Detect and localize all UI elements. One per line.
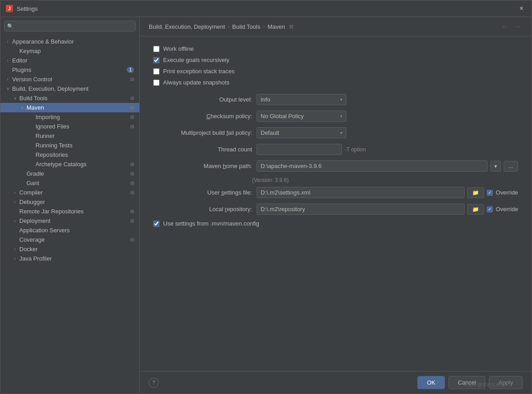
sidebar: 🔍 › Appearance & Behavior Keymap › Edito… — [0, 17, 140, 394]
sidebar-item-label: Java Profiler — [19, 255, 136, 262]
breadcrumb: Build, Execution, Deployment › Build Too… — [149, 23, 497, 30]
sidebar-item-debugger[interactable]: › Debugger — [0, 197, 139, 207]
title-bar: J Settings × — [0, 0, 532, 17]
user-settings-input[interactable] — [257, 187, 465, 198]
print-exception-checkbox[interactable] — [153, 68, 160, 75]
repo-icon: ⊟ — [130, 218, 134, 223]
help-button[interactable]: ? — [149, 378, 159, 388]
sidebar-item-plugins[interactable]: Plugins 1 — [0, 65, 139, 75]
sidebar-item-docker[interactable]: › Docker — [0, 244, 139, 254]
sidebar-item-compiler[interactable]: › Compiler ⊟ — [0, 188, 139, 197]
sidebar-item-runner[interactable]: Runner — [0, 131, 139, 141]
maven-home-row: Maven home path: ▾ ... — [153, 160, 518, 172]
no-arrow — [27, 152, 35, 157]
multiproject-fail-select[interactable]: Default ▾ — [257, 127, 346, 138]
sidebar-item-label: Debugger — [19, 199, 136, 205]
breadcrumb-separator: › — [228, 23, 230, 30]
use-settings-checkbox[interactable] — [153, 221, 160, 227]
sidebar-item-importing[interactable]: Importing ⊟ — [0, 112, 139, 122]
repo-icon: ⊟ — [130, 77, 134, 82]
execute-goals-checkbox[interactable] — [153, 57, 160, 63]
chevron-right-icon: › — [11, 218, 18, 223]
local-repo-override-checkbox[interactable]: ✓ — [487, 206, 493, 212]
no-arrow — [4, 67, 11, 72]
sidebar-item-deployment[interactable]: › Deployment ⊟ — [0, 216, 139, 226]
chevron-right-icon: › — [11, 247, 18, 252]
maven-home-dropdown-button[interactable]: ▾ — [490, 161, 501, 172]
no-arrow — [11, 209, 18, 214]
sidebar-item-build-tools[interactable]: ∨ Build Tools ⊟ — [0, 93, 139, 103]
settings-dialog: J Settings × 🔍 › Appearance & Behavior K… — [0, 0, 532, 394]
output-level-value: Info — [261, 96, 270, 103]
close-button[interactable]: × — [517, 4, 526, 13]
sidebar-item-coverage[interactable]: Coverage ⊟ — [0, 235, 139, 244]
no-arrow — [27, 115, 35, 120]
sidebar-item-java-profiler[interactable]: › Java Profiler — [0, 254, 139, 263]
sidebar-item-ignored-files[interactable]: Ignored Files ⊟ — [0, 122, 139, 131]
ok-button[interactable]: OK — [417, 376, 445, 389]
main-header: Build, Execution, Deployment › Build Too… — [140, 17, 532, 36]
sidebar-item-label: Coverage — [19, 236, 129, 243]
user-settings-label: User settings file: — [153, 189, 252, 196]
print-exception-label: Print exception stack traces — [163, 68, 235, 75]
plugin-badge: 1 — [127, 67, 134, 73]
checksum-policy-value: No Global Policy — [261, 113, 304, 120]
sidebar-item-gradle[interactable]: Gradle ⊟ — [0, 169, 139, 178]
checksum-policy-wrap: No Global Policy ▾ — [257, 111, 518, 122]
sidebar-item-label: Build Tools — [19, 95, 129, 102]
chevron-right-icon: › — [4, 39, 11, 44]
sidebar-item-maven[interactable]: ∨ Maven ⊟ — [0, 103, 139, 112]
forward-button[interactable]: → — [512, 22, 523, 31]
search-box: 🔍 — [4, 21, 136, 31]
sidebar-item-editor[interactable]: › Editor — [0, 56, 139, 65]
user-settings-override-checkbox[interactable]: ✓ — [487, 190, 493, 196]
always-update-label: Always update snapshots — [163, 79, 229, 86]
output-level-select[interactable]: Info ▾ — [257, 94, 346, 105]
main-body: Work offline Execute goals recursively P… — [140, 36, 532, 371]
user-settings-path-row: 📁 — [257, 187, 484, 198]
sidebar-item-archetype-catalogs[interactable]: Archetype Catalogs ⊟ — [0, 159, 139, 169]
maven-home-wrap: ▾ ... — [257, 160, 518, 172]
chevron-right-icon: › — [11, 256, 18, 261]
user-settings-wrap: 📁 ✓ Override — [257, 187, 518, 198]
main-panel: Build, Execution, Deployment › Build Too… — [140, 17, 532, 394]
sidebar-item-label: Importing — [35, 114, 129, 120]
back-button[interactable]: ← — [499, 22, 510, 31]
maven-home-input[interactable] — [257, 160, 488, 172]
maven-home-browse-button[interactable]: ... — [504, 161, 518, 172]
work-offline-checkbox[interactable] — [153, 46, 160, 52]
sidebar-item-keymap[interactable]: Keymap — [0, 46, 139, 56]
user-settings-browse-button[interactable]: 📁 — [467, 187, 484, 198]
search-input[interactable] — [4, 21, 136, 31]
footer-left: ? — [149, 378, 414, 388]
local-repo-input[interactable] — [257, 204, 465, 215]
always-update-checkbox[interactable] — [153, 80, 160, 86]
no-arrow — [27, 143, 35, 148]
nav-arrows: ← → — [499, 22, 523, 31]
sidebar-item-running-tests[interactable]: Running Tests — [0, 141, 139, 150]
checksum-policy-select[interactable]: No Global Policy ▾ — [257, 111, 346, 122]
checksum-policy-row: Checksum policy: No Global Policy ▾ — [153, 111, 518, 122]
breadcrumb-item-build: Build, Execution, Deployment — [149, 23, 225, 30]
sidebar-item-label: Keymap — [19, 48, 136, 54]
thread-count-input[interactable] — [257, 144, 342, 155]
dialog-title: Settings — [17, 5, 513, 12]
sidebar-item-appearance[interactable]: › Appearance & Behavior — [0, 37, 139, 46]
chevron-down-icon: ▾ — [340, 130, 342, 135]
sidebar-item-build-exec[interactable]: ∨ Build, Execution, Deployment — [0, 84, 139, 93]
sidebar-item-remote-jar[interactable]: Remote Jar Repositories ⊟ — [0, 207, 139, 216]
always-update-row: Always update snapshots — [153, 79, 518, 86]
multiproject-fail-label: Multiproject build fail policy: — [153, 129, 252, 136]
local-repo-browse-button[interactable]: 📁 — [467, 204, 484, 215]
maven-home-path-row: ▾ ... — [257, 160, 518, 172]
sidebar-item-app-servers[interactable]: Application Servers — [0, 226, 139, 235]
repo-icon: ⊟ — [130, 115, 134, 120]
sidebar-item-label: Appearance & Behavior — [12, 38, 136, 45]
maven-version-note: (Version: 3.9.6) — [252, 177, 518, 183]
local-repo-override-label: Override — [496, 206, 518, 212]
sidebar-item-label: Running Tests — [35, 142, 136, 149]
sidebar-item-version-control[interactable]: › Version Control ⊟ — [0, 75, 139, 84]
sidebar-item-repositories[interactable]: Repositories — [0, 150, 139, 159]
sidebar-item-gant[interactable]: Gant ⊟ — [0, 178, 139, 188]
sidebar-tree: › Appearance & Behavior Keymap › Editor … — [0, 35, 139, 394]
